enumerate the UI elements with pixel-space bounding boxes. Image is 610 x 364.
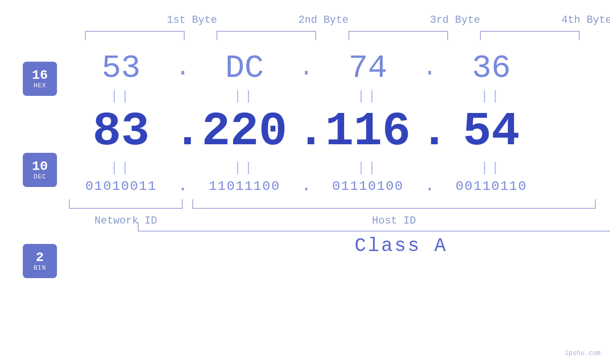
hex-row: 53 . DC . 74 . 36 xyxy=(69,50,596,86)
hex-dot-1: . xyxy=(173,56,192,81)
dec-dot-1: . xyxy=(173,108,192,156)
bin-value-2: 11011100 xyxy=(192,179,297,194)
dec-badge-label: DEC xyxy=(34,173,46,180)
class-row: Class A xyxy=(138,222,610,257)
dec-value-3: 116 xyxy=(316,106,420,158)
host-bracket xyxy=(192,199,596,209)
byte-header-3: 3rd Byte xyxy=(403,14,507,26)
top-bracket-4 xyxy=(480,31,580,40)
byte-header-4: 4th Byte xyxy=(535,14,610,26)
main-container: 16 HEX 10 DEC 2 BIN 1st Byte 2nd Byte 3r… xyxy=(0,0,610,364)
hex-badge-label: HEX xyxy=(34,82,46,89)
pipe-1-1: || xyxy=(69,89,173,103)
pipe-2-3: || xyxy=(316,160,420,175)
dec-value-2: 220 xyxy=(192,106,297,158)
hex-badge: 16 HEX xyxy=(23,62,57,96)
bottom-brackets xyxy=(69,199,596,211)
pipe-row-2: || || || || xyxy=(69,160,596,175)
bin-value-3: 01110100 xyxy=(316,179,420,194)
byte-header-1: 1st Byte xyxy=(140,14,244,26)
bin-dot-1: . xyxy=(173,177,192,195)
class-bracket xyxy=(138,222,610,232)
byte-header-2: 2nd Byte xyxy=(271,14,375,26)
bin-dot-2: . xyxy=(297,177,316,195)
dec-value-1: 83 xyxy=(69,106,173,158)
pipe-1-3: || xyxy=(316,89,420,103)
hex-value-2: DC xyxy=(192,50,297,86)
dec-badge-num: 10 xyxy=(32,160,48,173)
bin-row: 01010011 . 11011100 . 01110100 . 0011011… xyxy=(69,177,596,195)
dec-row: 83 . 220 . 116 . 54 xyxy=(69,106,596,158)
bin-badge-label: BIN xyxy=(34,264,46,271)
top-bracket-3 xyxy=(348,31,448,40)
content-area: 1st Byte 2nd Byte 3rd Byte 4th Byte 53 .… xyxy=(69,14,596,266)
network-bracket xyxy=(69,199,183,209)
bin-value-4: 00110110 xyxy=(439,179,544,194)
hex-badge-num: 16 xyxy=(32,69,48,82)
pipe-1-2: || xyxy=(192,89,297,103)
top-bracket-1 xyxy=(85,31,185,40)
bin-dot-3: . xyxy=(420,177,439,195)
byte-header-spacer3 xyxy=(511,14,530,26)
dec-value-4: 54 xyxy=(439,106,544,158)
pipe-2-1: || xyxy=(69,160,173,175)
byte-header-spacer xyxy=(248,14,267,26)
byte-header-spacer2 xyxy=(380,14,399,26)
pipe-row-1: || || || || xyxy=(69,89,596,103)
badge-column: 16 HEX 10 DEC 2 BIN xyxy=(23,62,57,278)
bin-badge-num: 2 xyxy=(36,251,44,264)
dec-dot-3: . xyxy=(420,108,439,156)
bin-value-1: 01010011 xyxy=(69,179,173,194)
class-label: Class A xyxy=(138,235,610,257)
top-brackets xyxy=(69,31,596,40)
hex-value-4: 36 xyxy=(439,50,544,86)
dec-badge: 10 DEC xyxy=(23,153,57,187)
dec-dot-2: . xyxy=(297,108,316,156)
pipe-2-4: || xyxy=(439,160,544,175)
hex-value-3: 74 xyxy=(316,50,420,86)
hex-dot-3: . xyxy=(420,56,439,81)
hex-dot-2: . xyxy=(297,56,316,81)
hex-value-1: 53 xyxy=(69,50,173,86)
bin-badge: 2 BIN xyxy=(23,244,57,278)
pipe-1-4: || xyxy=(439,89,544,103)
watermark: ipshu.com xyxy=(564,349,601,357)
header-row: 1st Byte 2nd Byte 3rd Byte 4th Byte xyxy=(138,14,610,26)
pipe-2-2: || xyxy=(192,160,297,175)
top-bracket-2 xyxy=(216,31,316,40)
